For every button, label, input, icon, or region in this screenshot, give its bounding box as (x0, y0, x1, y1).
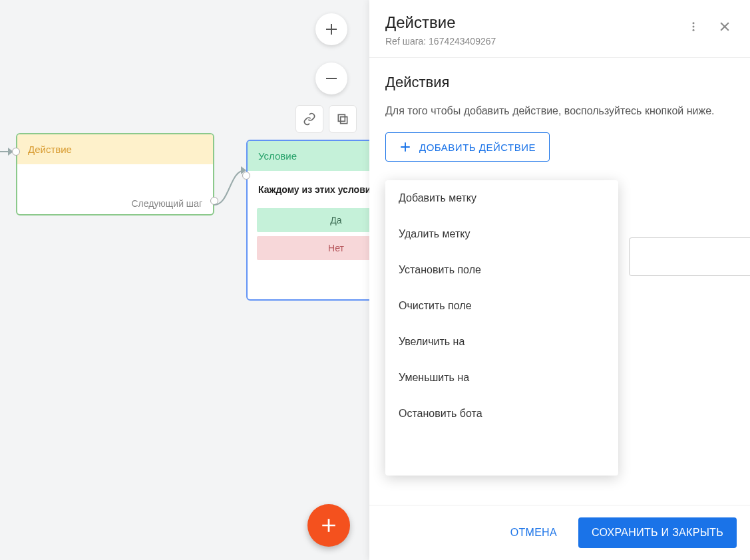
action-node-next-step: Следующий шаг (131, 198, 202, 209)
minus-icon (325, 72, 338, 85)
save-close-button[interactable]: СОХРАНИТЬ И ЗАКРЫТЬ (578, 517, 737, 548)
node-toolbar (295, 105, 357, 133)
panel-footer: ОТМЕНА СОХРАНИТЬ И ЗАКРЫТЬ (369, 505, 750, 560)
dropdown-item-clear-field[interactable]: Очистить поле (385, 288, 618, 324)
plus-icon (320, 517, 337, 534)
zoom-out-button[interactable] (315, 63, 347, 94)
close-button[interactable] (715, 17, 734, 38)
svg-point-4 (693, 29, 695, 31)
panel-ref: Ref шага: 1674243409267 (385, 36, 496, 47)
dropdown-item-decrease[interactable]: Уменьшить на (385, 360, 618, 396)
side-panel: Действие Ref шага: 1674243409267 Действи… (369, 0, 750, 560)
more-button[interactable] (685, 18, 702, 37)
port-out-icon[interactable] (210, 197, 218, 205)
copy-button[interactable] (329, 105, 357, 133)
svg-rect-0 (341, 117, 347, 124)
panel-title: Действие (385, 13, 496, 32)
port-in-icon[interactable] (12, 148, 20, 156)
copy-icon (336, 112, 349, 126)
dropdown-item-increase[interactable]: Увеличить на (385, 324, 618, 360)
action-node[interactable]: Действие Следующий шаг (16, 133, 214, 215)
add-node-fab[interactable] (307, 504, 350, 547)
svg-point-2 (693, 22, 695, 24)
link-icon (303, 112, 316, 126)
flow-canvas[interactable]: Действие Следующий шаг Условие Каждому и… (0, 0, 369, 560)
port-in-icon[interactable] (242, 172, 250, 180)
dropdown-item-stop-bot[interactable]: Остановить бота (385, 396, 618, 432)
dropdown-item-set-field[interactable]: Установить поле (385, 252, 618, 288)
section-hint: Для того чтобы добавить действие, воспол… (385, 103, 734, 119)
section-title: Действия (385, 74, 734, 91)
dropdown-item-add-label[interactable]: Добавить метку (385, 180, 618, 216)
panel-header: Действие Ref шага: 1674243409267 (369, 0, 750, 58)
plus-icon (399, 141, 411, 153)
more-vert-icon (687, 21, 699, 33)
zoom-in-button[interactable] (315, 13, 347, 45)
cancel-button[interactable]: ОТМЕНА (501, 520, 566, 545)
add-action-button[interactable]: ДОБАВИТЬ ДЕЙСТВИЕ (385, 132, 550, 162)
action-dropdown[interactable]: Добавить метку Удалить метку Установить … (385, 180, 618, 476)
add-action-label: ДОБАВИТЬ ДЕЙСТВИЕ (419, 142, 536, 153)
action-node-title: Действие (17, 134, 213, 164)
close-icon (718, 20, 731, 33)
svg-rect-1 (338, 114, 345, 121)
panel-body: Действия Для того чтобы добавить действи… (369, 58, 750, 505)
dropdown-item-remove-label[interactable]: Удалить метку (385, 216, 618, 252)
plus-icon (325, 23, 338, 36)
link-button[interactable] (295, 105, 323, 133)
svg-point-3 (693, 26, 695, 28)
select-field[interactable] (629, 237, 750, 276)
